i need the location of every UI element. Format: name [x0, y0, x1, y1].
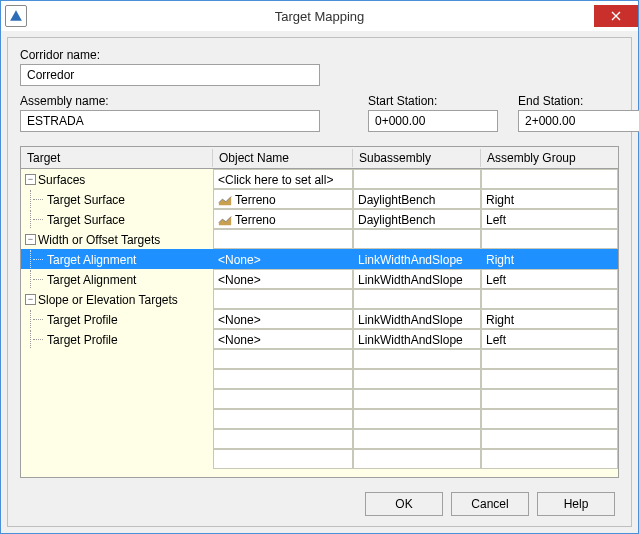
- surface-icon: [218, 213, 232, 227]
- object-name-cell[interactable]: Terreno: [235, 193, 276, 207]
- empty-cell: [353, 289, 481, 309]
- content: Corridor name: Corredor Assembly name: E…: [1, 31, 638, 533]
- object-name-cell[interactable]: <None>: [213, 249, 353, 269]
- row-target-surface[interactable]: Target Surface Terreno DaylightBench Rig…: [21, 189, 618, 209]
- grid-body: − Surfaces <Click here to set all> Targe…: [21, 169, 618, 477]
- collapse-icon[interactable]: −: [25, 234, 36, 245]
- set-all-cell[interactable]: <Click here to set all>: [213, 169, 353, 189]
- empty-cell: [213, 289, 353, 309]
- empty-cell: [353, 169, 481, 189]
- empty-row: [21, 349, 618, 369]
- empty-cell: [213, 229, 353, 249]
- group-label: Surfaces: [38, 173, 85, 187]
- dialog-window: Target Mapping Corridor name: Corredor A…: [0, 0, 639, 534]
- subassembly-cell: DaylightBench: [353, 209, 481, 229]
- row-label: Target Surface: [47, 213, 125, 227]
- assembly-label: Assembly name:: [20, 94, 320, 108]
- row-label: Target Profile: [47, 313, 118, 327]
- object-name-cell[interactable]: <None>: [213, 269, 353, 289]
- group-width-offset[interactable]: − Width or Offset Targets: [21, 229, 618, 249]
- titlebar: Target Mapping: [1, 1, 638, 31]
- empty-row: [21, 429, 618, 449]
- row-target-profile[interactable]: Target Profile <None> LinkWidthAndSlope …: [21, 309, 618, 329]
- subassembly-cell: DaylightBench: [353, 189, 481, 209]
- end-station-input[interactable]: 2+000.00: [518, 110, 639, 132]
- close-button[interactable]: [594, 5, 638, 27]
- group-surfaces[interactable]: − Surfaces <Click here to set all>: [21, 169, 618, 189]
- row-target-alignment[interactable]: Target Alignment <None> LinkWidthAndSlop…: [21, 269, 618, 289]
- group-cell: Right: [481, 309, 618, 329]
- empty-cell: [353, 229, 481, 249]
- empty-row: [21, 389, 618, 409]
- row-label: Target Profile: [47, 333, 118, 347]
- corridor-input[interactable]: Corredor: [20, 64, 320, 86]
- button-bar: OK Cancel Help: [20, 484, 619, 518]
- group-slope-elevation[interactable]: − Slope or Elevation Targets: [21, 289, 618, 309]
- object-name-cell[interactable]: <None>: [213, 309, 353, 329]
- app-icon: [5, 5, 27, 27]
- ok-button[interactable]: OK: [365, 492, 443, 516]
- subassembly-cell: LinkWidthAndSlope: [353, 329, 481, 349]
- col-subassembly[interactable]: Subassembly: [353, 149, 481, 167]
- group-label: Slope or Elevation Targets: [38, 293, 178, 307]
- row-label: Target Surface: [47, 193, 125, 207]
- row-target-alignment[interactable]: Target Alignment <None> LinkWidthAndSlop…: [21, 249, 618, 269]
- subassembly-cell: LinkWidthAndSlope: [353, 309, 481, 329]
- assembly-input[interactable]: ESTRADA: [20, 110, 320, 132]
- col-target[interactable]: Target: [21, 149, 213, 167]
- empty-row: [21, 409, 618, 429]
- row-target-surface[interactable]: Target Surface Terreno DaylightBench Lef…: [21, 209, 618, 229]
- group-cell: Right: [481, 249, 618, 269]
- group-cell: Left: [481, 209, 618, 229]
- collapse-icon[interactable]: −: [25, 174, 36, 185]
- row-label: Target Alignment: [47, 253, 136, 267]
- col-assembly-group[interactable]: Assembly Group: [481, 149, 618, 167]
- target-grid[interactable]: Target Object Name Subassembly Assembly …: [20, 146, 619, 478]
- empty-cell: [481, 229, 618, 249]
- col-object-name[interactable]: Object Name: [213, 149, 353, 167]
- collapse-icon[interactable]: −: [25, 294, 36, 305]
- group-cell: Left: [481, 329, 618, 349]
- main-panel: Corridor name: Corredor Assembly name: E…: [7, 37, 632, 527]
- object-name-cell[interactable]: <None>: [213, 329, 353, 349]
- empty-cell: [481, 289, 618, 309]
- grid-header: Target Object Name Subassembly Assembly …: [21, 147, 618, 169]
- end-station-label: End Station:: [518, 94, 639, 108]
- subassembly-cell: LinkWidthAndSlope: [353, 249, 481, 269]
- dialog-title: Target Mapping: [1, 9, 638, 24]
- cancel-button[interactable]: Cancel: [451, 492, 529, 516]
- help-button[interactable]: Help: [537, 492, 615, 516]
- row-target-profile[interactable]: Target Profile <None> LinkWidthAndSlope …: [21, 329, 618, 349]
- group-label: Width or Offset Targets: [38, 233, 160, 247]
- group-cell: Right: [481, 189, 618, 209]
- corridor-label: Corridor name:: [20, 48, 320, 62]
- empty-cell: [481, 169, 618, 189]
- start-station-input[interactable]: 0+000.00: [368, 110, 498, 132]
- subassembly-cell: LinkWidthAndSlope: [353, 269, 481, 289]
- surface-icon: [218, 193, 232, 207]
- empty-row: [21, 449, 618, 469]
- empty-row: [21, 369, 618, 389]
- object-name-cell[interactable]: Terreno: [235, 213, 276, 227]
- row-label: Target Alignment: [47, 273, 136, 287]
- group-cell: Left: [481, 269, 618, 289]
- start-station-label: Start Station:: [368, 94, 498, 108]
